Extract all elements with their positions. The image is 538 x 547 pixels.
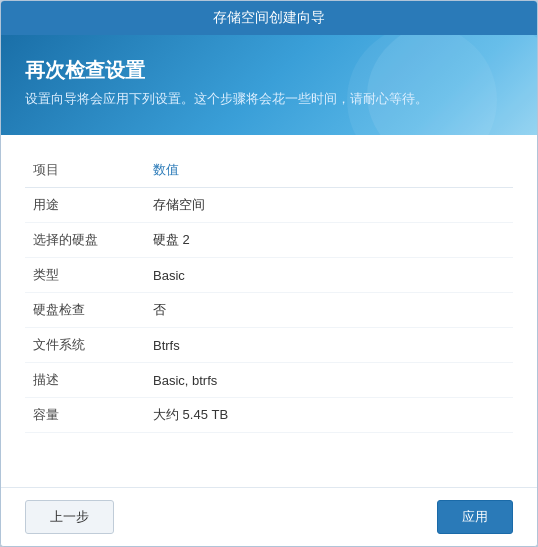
dialog: 存储空间创建向导 再次检查设置 设置向导将会应用下列设置。这个步骤将会花一些时间…: [0, 0, 538, 547]
content-area: 项目 数值 用途存储空间选择的硬盘硬盘 2类型Basic硬盘检查否文件系统Btr…: [1, 135, 537, 487]
header-banner: 再次检查设置 设置向导将会应用下列设置。这个步骤将会花一些时间，请耐心等待。: [1, 35, 537, 135]
table-cell-item: 描述: [25, 363, 145, 398]
table-cell-value: 大约 5.45 TB: [145, 398, 513, 433]
table-row: 用途存储空间: [25, 188, 513, 223]
header-title: 再次检查设置: [25, 57, 513, 84]
table-row: 类型Basic: [25, 258, 513, 293]
table-row: 容量大约 5.45 TB: [25, 398, 513, 433]
table-row: 文件系统Btrfs: [25, 328, 513, 363]
table-row: 描述Basic, btrfs: [25, 363, 513, 398]
settings-table: 项目 数值 用途存储空间选择的硬盘硬盘 2类型Basic硬盘检查否文件系统Btr…: [25, 155, 513, 433]
table-cell-item: 文件系统: [25, 328, 145, 363]
table-cell-value: Basic: [145, 258, 513, 293]
title-bar: 存储空间创建向导: [1, 1, 537, 35]
back-button[interactable]: 上一步: [25, 500, 114, 534]
col-header-value: 数值: [145, 155, 513, 188]
table-cell-value: 存储空间: [145, 188, 513, 223]
table-cell-item: 容量: [25, 398, 145, 433]
table-body: 用途存储空间选择的硬盘硬盘 2类型Basic硬盘检查否文件系统Btrfs描述Ba…: [25, 188, 513, 433]
title-bar-label: 存储空间创建向导: [213, 9, 325, 25]
col-header-item: 项目: [25, 155, 145, 188]
table-cell-value: 硬盘 2: [145, 223, 513, 258]
table-cell-item: 类型: [25, 258, 145, 293]
header-subtitle: 设置向导将会应用下列设置。这个步骤将会花一些时间，请耐心等待。: [25, 90, 513, 108]
table-cell-value: Btrfs: [145, 328, 513, 363]
table-cell-value: Basic, btrfs: [145, 363, 513, 398]
table-cell-item: 选择的硬盘: [25, 223, 145, 258]
table-row: 选择的硬盘硬盘 2: [25, 223, 513, 258]
table-cell-value: 否: [145, 293, 513, 328]
apply-button[interactable]: 应用: [437, 500, 513, 534]
table-cell-item: 硬盘检查: [25, 293, 145, 328]
table-header-row: 项目 数值: [25, 155, 513, 188]
table-row: 硬盘检查否: [25, 293, 513, 328]
table-cell-item: 用途: [25, 188, 145, 223]
footer: 上一步 应用: [1, 487, 537, 546]
